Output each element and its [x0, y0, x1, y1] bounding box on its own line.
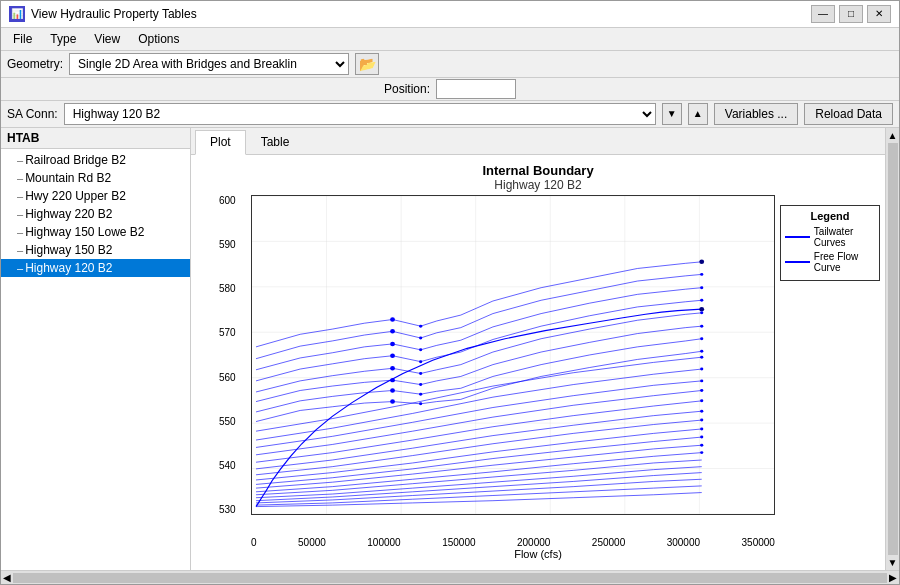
svg-point-29 [419, 325, 422, 328]
x-tick-50k: 50000 [298, 537, 326, 548]
svg-point-16 [390, 378, 395, 382]
up-arrow-button[interactable]: ▲ [688, 103, 708, 125]
svg-point-30 [699, 307, 704, 311]
svg-point-14 [390, 399, 395, 403]
y-tick-600: 600 [219, 195, 236, 206]
y-tick-540: 540 [219, 460, 236, 471]
svg-point-20 [390, 329, 395, 333]
legend-label-freeflow: Free Flow Curve [814, 251, 875, 273]
scroll-thumb-v[interactable] [888, 143, 898, 555]
down-arrow-button[interactable]: ▼ [662, 103, 682, 125]
horizontal-scrollbar[interactable]: ◀ ▶ [1, 570, 899, 584]
svg-point-35 [700, 311, 703, 314]
svg-point-47 [700, 436, 703, 439]
svg-point-42 [700, 389, 703, 392]
tree-item-hwy220upper[interactable]: Hwy 220 Upper B2 [1, 187, 190, 205]
window-title: View Hydraulic Property Tables [31, 7, 197, 21]
svg-point-33 [700, 286, 703, 289]
legend-item-tailwater: Tailwater Curves [785, 226, 875, 248]
tree-item-mountain[interactable]: Mountain Rd B2 [1, 169, 190, 187]
title-bar: 📊 View Hydraulic Property Tables — □ ✕ [1, 1, 899, 28]
geometry-icon-button[interactable]: 📂 [355, 53, 379, 75]
x-tick-150k: 150000 [442, 537, 475, 548]
maximize-button[interactable]: □ [839, 5, 863, 23]
sa-conn-label: SA Conn: [7, 107, 58, 121]
x-axis-label: Flow (cfs) [514, 548, 562, 560]
vertical-scrollbar[interactable]: ▲ ▼ [885, 128, 899, 570]
svg-point-43 [700, 399, 703, 402]
y-tick-530: 530 [219, 504, 236, 515]
chart-subtitle: Highway 120 B2 [191, 178, 885, 192]
scroll-left-arrow[interactable]: ◀ [3, 572, 11, 583]
scroll-up-arrow[interactable]: ▲ [888, 130, 898, 141]
position-input[interactable] [436, 79, 516, 99]
svg-point-26 [419, 360, 422, 363]
scroll-thumb-h[interactable] [13, 573, 887, 583]
y-axis-ticks: 600 590 580 570 560 550 540 530 [219, 195, 236, 515]
svg-point-37 [700, 337, 703, 340]
legend-title: Legend [785, 210, 875, 222]
svg-point-25 [419, 372, 422, 375]
menu-file[interactable]: File [5, 30, 40, 48]
geometry-row: Geometry: Single 2D Area with Bridges an… [1, 51, 899, 78]
content-area: HTAB Railroad Bridge B2 Mountain Rd B2 H… [1, 128, 899, 570]
close-button[interactable]: ✕ [867, 5, 891, 23]
tree-list[interactable]: Railroad Bridge B2 Mountain Rd B2 Hwy 22… [1, 149, 190, 570]
scroll-right-arrow[interactable]: ▶ [889, 572, 897, 583]
chart-area: Internal Boundary Highway 120 B2 Head Wa… [191, 155, 885, 570]
svg-point-36 [700, 325, 703, 328]
tree-item-hwy150lowe[interactable]: Highway 150 Lowe B2 [1, 223, 190, 241]
reload-data-button[interactable]: Reload Data [804, 103, 893, 125]
window-controls: — □ ✕ [811, 5, 891, 23]
minimize-button[interactable]: — [811, 5, 835, 23]
legend-line-tailwater [785, 236, 810, 238]
tree-item-hwy120[interactable]: Highway 120 B2 [1, 259, 190, 277]
x-tick-200k: 200000 [517, 537, 550, 548]
tree-item-railroad[interactable]: Railroad Bridge B2 [1, 151, 190, 169]
left-panel: HTAB Railroad Bridge B2 Mountain Rd B2 H… [1, 128, 191, 570]
svg-point-32 [700, 273, 703, 276]
y-tick-560: 560 [219, 372, 236, 383]
chart-title: Internal Boundary [191, 155, 885, 178]
variables-button[interactable]: Variables ... [714, 103, 798, 125]
geometry-select[interactable]: Single 2D Area with Bridges and Breaklin [69, 53, 349, 75]
scroll-down-arrow[interactable]: ▼ [888, 557, 898, 568]
svg-point-24 [419, 383, 422, 386]
y-tick-580: 580 [219, 283, 236, 294]
tree-item-hwy150[interactable]: Highway 150 B2 [1, 241, 190, 259]
y-tick-570: 570 [219, 327, 236, 338]
svg-point-17 [390, 366, 395, 370]
x-tick-300k: 300000 [667, 537, 700, 548]
sa-conn-select[interactable]: Highway 120 B2 [64, 103, 656, 125]
tab-plot[interactable]: Plot [195, 130, 246, 155]
x-tick-100k: 100000 [367, 537, 400, 548]
right-panel: Plot Table Internal Boundary Highway 120… [191, 128, 885, 570]
svg-point-46 [700, 427, 703, 430]
legend-box: Legend Tailwater Curves Free Flow Curve [780, 205, 880, 281]
svg-point-49 [700, 451, 703, 454]
svg-point-27 [419, 348, 422, 351]
sa-conn-row: SA Conn: Highway 120 B2 ▼ ▲ Variables ..… [1, 101, 899, 128]
svg-point-28 [419, 337, 422, 340]
tab-table[interactable]: Table [246, 130, 305, 154]
menu-type[interactable]: Type [42, 30, 84, 48]
main-window: 📊 View Hydraulic Property Tables — □ ✕ F… [0, 0, 900, 585]
tree-item-hwy220[interactable]: Highway 220 B2 [1, 205, 190, 223]
svg-point-48 [700, 444, 703, 447]
y-tick-590: 590 [219, 239, 236, 250]
menu-options[interactable]: Options [130, 30, 187, 48]
svg-point-39 [700, 356, 703, 359]
chart-svg [252, 196, 774, 514]
legend-line-freeflow [785, 261, 810, 263]
legend-item-freeflow: Free Flow Curve [785, 251, 875, 273]
y-tick-550: 550 [219, 416, 236, 427]
menu-bar: File Type View Options [1, 28, 899, 51]
tab-bar: Plot Table [191, 128, 885, 155]
chart-plot-area [251, 195, 775, 515]
svg-point-18 [390, 354, 395, 358]
title-bar-left: 📊 View Hydraulic Property Tables [9, 6, 197, 22]
menu-view[interactable]: View [86, 30, 128, 48]
svg-point-19 [390, 342, 395, 346]
svg-point-21 [390, 317, 395, 321]
svg-point-41 [700, 379, 703, 382]
